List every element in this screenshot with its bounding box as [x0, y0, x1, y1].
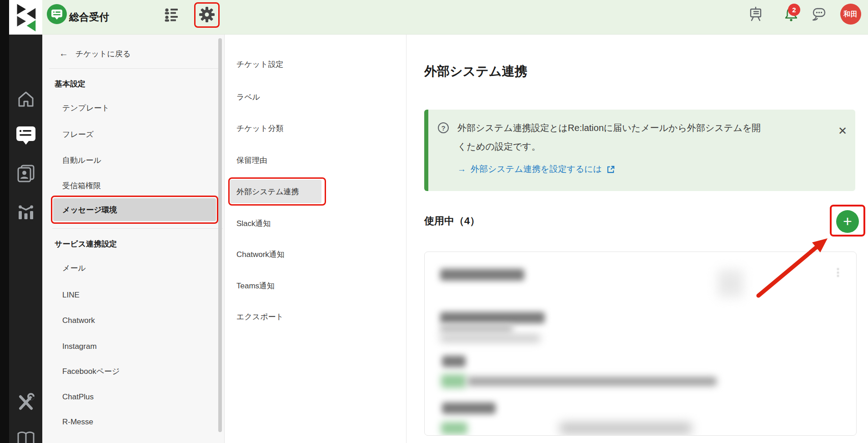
blurred-field-value — [440, 325, 513, 332]
info-banner: ? 外部システム連携設定とはRe:lationに届いたメールから外部システムを開… — [424, 110, 855, 191]
section-header-services: サービス連携設定 — [55, 238, 117, 251]
subnav-item-label[interactable]: ラベル — [236, 91, 260, 104]
scrollbar[interactable] — [218, 38, 222, 432]
blurred-green-badge — [441, 374, 466, 388]
setup-external-system-link[interactable]: 外部システム連携を設定するには — [471, 163, 602, 175]
back-arrow-icon: ← — [59, 48, 68, 58]
announcement-icon[interactable] — [748, 6, 763, 22]
sidebar-item-inboxperm[interactable]: 受信箱権限 — [62, 180, 101, 192]
subnav-item-hold-reason[interactable]: 保留理由 — [236, 154, 267, 167]
blurred-green-badge — [441, 422, 467, 434]
blurred-field-value — [440, 335, 540, 342]
home-icon[interactable] — [16, 89, 36, 109]
subnav-item-chatwork[interactable]: Chatwork通知 — [236, 248, 285, 261]
subnav-item-external-system-selected[interactable]: 外部システム連携 — [230, 180, 321, 203]
analytics-icon[interactable] — [16, 201, 36, 221]
blurred-field-label — [442, 403, 496, 414]
sidebar-item-mail[interactable]: メール — [62, 262, 86, 275]
avatar[interactable]: 和田 — [840, 4, 861, 25]
tickets-icon-active[interactable] — [15, 125, 37, 146]
info-text-line2: くための設定です。 — [457, 141, 541, 153]
sidebar-item-instagram[interactable]: Instagram — [62, 340, 97, 353]
subnav-item-export[interactable]: エクスポート — [236, 311, 284, 323]
tools-icon[interactable] — [16, 392, 36, 412]
window-edge — [0, 0, 9, 443]
sidebar-item-message-env-selected[interactable]: メッセージ環境 — [53, 198, 216, 221]
chat-bubbles-icon[interactable] — [811, 7, 827, 22]
selected-item-label: メッセージ環境 — [62, 205, 117, 215]
sidebar-item-facebook[interactable]: Facebookページ — [62, 365, 120, 378]
info-text-line1: 外部システム連携設定とはRe:lationに届いたメールから外部システムを開 — [457, 122, 761, 134]
back-label: チケットに戻る — [75, 50, 130, 58]
main-content: 外部システム連携 ? 外部システム連携設定とはRe:lationに届いたメールか… — [407, 35, 868, 443]
external-link-icon — [607, 165, 615, 174]
help-circle-icon: ? — [438, 122, 449, 133]
contacts-icon[interactable] — [16, 163, 36, 183]
ticket-settings-subnav: チケット設定 ラベル チケット分類 保留理由 外部システム連携 Slack通知 … — [225, 35, 406, 443]
selected-subnav-label: 外部システム連携 — [236, 186, 299, 197]
app-logo[interactable] — [9, 0, 42, 35]
blurred-footer-text — [560, 423, 692, 434]
section-header-basic: 基本設定 — [55, 78, 85, 91]
sidebar-item-chatwork[interactable]: Chatwork — [62, 314, 95, 327]
add-integration-button[interactable]: + — [836, 210, 859, 233]
subnav-item-ticket-settings[interactable]: チケット設定 — [236, 58, 284, 71]
divider — [52, 228, 223, 229]
page-title: 外部システム連携 — [424, 63, 527, 80]
blurred-element — [718, 270, 743, 297]
blurred-card-title — [440, 269, 524, 281]
sidebar-item-template[interactable]: テンプレート — [62, 102, 110, 115]
blurred-field-label — [442, 356, 466, 367]
sidebar-item-autorule[interactable]: 自動ルール — [62, 154, 101, 167]
sidebar-item-rmesse[interactable]: R-Messe — [62, 416, 93, 428]
sidebar-item-chatplus[interactable]: ChatPlus — [62, 391, 94, 403]
sidebar-item-line[interactable]: LINE — [62, 289, 80, 302]
back-to-tickets[interactable]: ←チケットに戻る — [59, 47, 130, 60]
in-use-heading: 使用中（4） — [424, 214, 480, 228]
inbox-icon[interactable] — [47, 4, 67, 24]
sidebar-item-phrase[interactable]: フレーズ — [62, 128, 94, 141]
info-link-row: → 外部システム連携を設定するには — [457, 163, 615, 175]
inbox-chat-icon — [47, 4, 67, 24]
inbox-list-icon[interactable] — [164, 7, 179, 22]
subnav-item-slack[interactable]: Slack通知 — [236, 217, 271, 230]
subnav-item-teams[interactable]: Teams通知 — [236, 280, 275, 292]
relation-logo-icon — [13, 3, 39, 31]
link-arrow: → — [457, 164, 466, 174]
blurred-field-label — [440, 312, 545, 323]
topbar: 総合受付 — [0, 0, 868, 35]
settings-sidebar: ←チケットに戻る 基本設定 テンプレート フレーズ 自動ルール 受信箱権限 メッ… — [42, 35, 225, 443]
left-rail: ? — [9, 35, 42, 443]
subnav-item-ticket-class[interactable]: チケット分類 — [236, 122, 284, 135]
book-icon[interactable] — [16, 429, 36, 443]
close-icon[interactable]: ✕ — [836, 124, 849, 138]
integration-card: ⋮ — [424, 252, 857, 436]
divider — [49, 68, 222, 69]
notification-badge: 2 — [788, 4, 800, 16]
blurred-url-text — [467, 377, 717, 386]
gear-icon[interactable] — [199, 6, 215, 23]
inbox-name: 総合受付 — [69, 0, 109, 35]
more-menu-icon[interactable]: ⋮ — [833, 267, 843, 278]
